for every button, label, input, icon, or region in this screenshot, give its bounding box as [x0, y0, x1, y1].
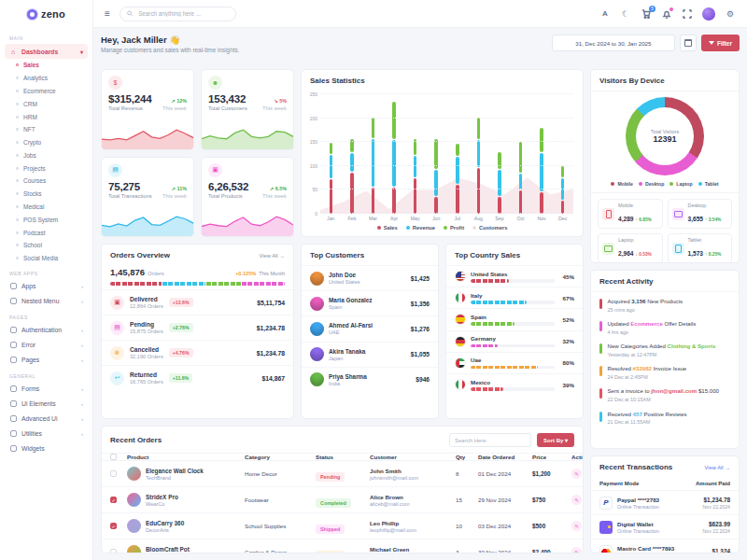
- order-status-row[interactable]: ▣ Delivered 12,864 Orders +12.6% $5,11,7…: [102, 289, 293, 315]
- sidebar-subitem[interactable]: POS System: [0, 213, 92, 226]
- notification-dot: [669, 7, 673, 11]
- sidebar-subitem[interactable]: Medical: [0, 201, 92, 214]
- activity-item: Received 457 Positive Reviews 21 Dec at …: [599, 411, 730, 426]
- bullet-icon: [16, 257, 19, 259]
- sidebar-subitem[interactable]: HRM: [0, 110, 92, 123]
- sidebar-subitem[interactable]: Projects: [0, 161, 92, 175]
- customer-row[interactable]: John Doe United States $1,425: [302, 265, 438, 290]
- sidebar-subitem[interactable]: Social Media: [0, 252, 92, 265]
- stat-card: $ $315,244 ↗ 12% Total Revenue This week: [101, 69, 194, 150]
- customer-row[interactable]: Priya Sharma India $946: [302, 367, 438, 392]
- bar-segment: [206, 282, 241, 286]
- progress-track: [471, 344, 555, 348]
- edit-icon[interactable]: ✎: [571, 547, 582, 553]
- edit-icon[interactable]: ✎: [571, 521, 582, 531]
- sidebar-item[interactable]: Pages ›: [5, 353, 88, 368]
- activity-time: 4 hrs ago: [608, 329, 697, 335]
- sidebar-item[interactable]: Forms ›: [5, 382, 88, 397]
- date-cell: 30 Nov 2024: [478, 549, 532, 553]
- translate-icon[interactable]: A: [599, 8, 611, 20]
- settings-gear-icon[interactable]: ⚙: [725, 8, 736, 20]
- progress-track: [471, 322, 555, 326]
- stat-card: ☻ 153,432 ↘ 5% Total Customers This week: [201, 69, 294, 150]
- search-input[interactable]: [136, 9, 229, 18]
- sidebar-subitem[interactable]: Courses: [0, 175, 92, 188]
- date-range-input[interactable]: [552, 35, 675, 51]
- general-items: Forms › Ui Elements › Advanced Ui ›: [0, 382, 92, 456]
- transaction-row[interactable]: Digital Wallet Online Transaction $623.9…: [591, 515, 739, 539]
- sidebar-item[interactable]: Advanced Ui ›: [5, 412, 88, 427]
- sidebar-subitem[interactable]: Podcast: [0, 226, 92, 239]
- orders-overview-panel: Orders Overview View All → 1,45,876 Orde…: [101, 244, 294, 419]
- order-status-row[interactable]: ↩ Returned 16,765 Orders +11.6% $14,867: [102, 365, 293, 390]
- sidebar-subitem[interactable]: NFT: [0, 123, 92, 136]
- date-cell: 01 Dec 2024: [478, 470, 532, 477]
- activity-item: New Categories Added Clothing & Sports Y…: [599, 343, 730, 357]
- filter-button[interactable]: Filter: [701, 35, 740, 51]
- sidebar-subitem[interactable]: Crypto: [0, 136, 92, 149]
- select-all-checkbox[interactable]: [110, 454, 117, 460]
- menu-group-icon: [10, 357, 17, 363]
- sidebar-item[interactable]: Widgets: [5, 441, 88, 456]
- sidebar-subitem[interactable]: Jobs: [0, 148, 92, 161]
- sidebar-item-dashboards[interactable]: ⌂ Dashboards ▾: [5, 44, 88, 59]
- panel-title: Recent Orders: [110, 436, 162, 444]
- orders-delta: +0.125%: [235, 271, 256, 276]
- category-cell: Garden & Decor: [245, 549, 316, 553]
- sidebar-item[interactable]: Error ›: [5, 338, 88, 353]
- menu-group-icon: [10, 415, 17, 422]
- transaction-row[interactable]: P Paypal ****2783 Online Transaction $1,…: [591, 491, 739, 515]
- user-avatar[interactable]: [702, 7, 715, 21]
- dashboard-grid: $ $315,244 ↗ 12% Total Revenue This week: [101, 69, 740, 553]
- hamburger-menu-icon[interactable]: ≡: [105, 9, 110, 19]
- view-all-link[interactable]: View All →: [259, 253, 285, 259]
- sidebar-item[interactable]: Apps ›: [5, 279, 88, 294]
- top-row: $ $315,244 ↗ 12% Total Revenue This week: [101, 69, 584, 237]
- sidebar-item[interactable]: Nested Menu ›: [5, 294, 88, 309]
- sidebar-subitem[interactable]: Ecommerce: [0, 85, 92, 98]
- wave-emoji: 👋: [169, 35, 180, 45]
- page-title: Hey, Jack Miller 👋: [101, 35, 239, 45]
- chevron-right-icon: ›: [81, 416, 83, 422]
- order-status-row[interactable]: ▤ Pending 15,875 Orders +2.76% $1,234.78: [102, 315, 293, 340]
- calendar-button[interactable]: [680, 35, 697, 51]
- notifications-bell-icon[interactable]: [661, 8, 672, 20]
- fullscreen-icon[interactable]: [682, 8, 693, 20]
- country-row: Germany 32%: [446, 330, 583, 352]
- bar-segment: [110, 282, 162, 286]
- sidebar-item[interactable]: Utilities ›: [5, 427, 88, 441]
- customer-row[interactable]: Akira Tanaka Japan $1,055: [302, 342, 438, 367]
- row-checkbox[interactable]: [110, 497, 117, 503]
- sidebar-subitem[interactable]: Stocks: [0, 188, 92, 201]
- cart-icon[interactable]: 5: [641, 8, 652, 20]
- dark-mode-moon-icon[interactable]: ☾: [620, 8, 631, 20]
- edit-icon[interactable]: ✎: [571, 495, 582, 505]
- orders-search-input[interactable]: [449, 433, 531, 447]
- status-name: Pending: [130, 321, 163, 328]
- order-status-row[interactable]: ⊗ Cancelled 32,190 Orders +4.76% $1,234.…: [102, 340, 293, 365]
- table-row: BloomCraft Pot EuroWorld Garden & Decor …: [102, 539, 583, 553]
- activity-color-bar: [599, 321, 602, 331]
- sidebar-item[interactable]: Authentication ›: [5, 323, 88, 338]
- progress-fill: [471, 301, 527, 304]
- view-all-link[interactable]: View All →: [704, 465, 730, 470]
- row-checkbox[interactable]: [110, 470, 117, 477]
- customer-row[interactable]: Maria Gonzalez Spain $1,356: [302, 290, 438, 315]
- row-checkbox[interactable]: [110, 523, 117, 529]
- panel-title: Recent Activity: [599, 277, 654, 286]
- customer-name: Priya Sharma: [329, 373, 367, 380]
- country-name: Mexico: [471, 379, 555, 385]
- brand-logo[interactable]: zeno: [0, 0, 92, 28]
- edit-icon[interactable]: ✎: [571, 469, 582, 479]
- product-brand: EuroWorld: [146, 553, 190, 554]
- left-columns: $ $315,244 ↗ 12% Total Revenue This week: [101, 69, 584, 553]
- transaction-row[interactable]: Mastro Card ****7893 Online Transaction …: [591, 539, 739, 553]
- sidebar-subitem[interactable]: CRM: [0, 97, 92, 110]
- customer-row[interactable]: Ahmed Al-Farsi UAE $1,276: [302, 315, 438, 341]
- sort-by-button[interactable]: Sort By ▾: [537, 433, 574, 447]
- sidebar-item[interactable]: Ui Elements ›: [5, 397, 88, 412]
- row-checkbox[interactable]: [110, 549, 117, 553]
- sidebar-subitem[interactable]: Analytics: [0, 72, 92, 85]
- sidebar-subitem[interactable]: Sales: [0, 59, 92, 72]
- sidebar-subitem[interactable]: School: [0, 239, 92, 252]
